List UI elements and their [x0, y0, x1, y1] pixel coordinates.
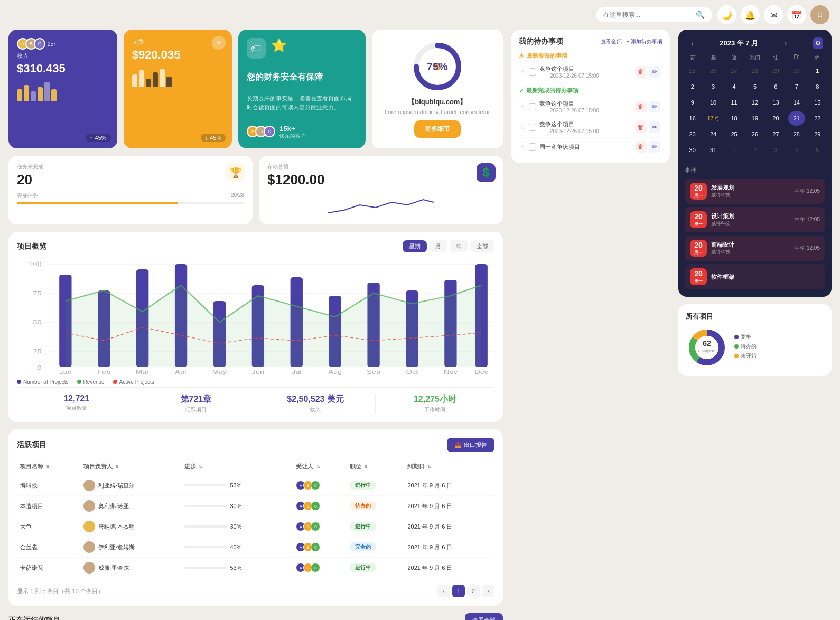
cal-day[interactable]: 4	[726, 79, 743, 94]
cal-day[interactable]: 18	[726, 111, 743, 126]
cal-day[interactable]: 2	[746, 143, 763, 157]
drag-handle[interactable]: ⠿	[521, 69, 525, 75]
cal-event-4[interactable]: 20 周一 软件框架	[685, 264, 825, 289]
cal-day[interactable]: 24	[705, 127, 722, 142]
cal-event-1[interactable]: 20 周一 发展规划 威特科技 中午 12:05	[685, 179, 825, 204]
prev-page-button[interactable]: ‹	[437, 585, 450, 597]
todo-checkbox-3[interactable]	[529, 124, 536, 131]
search-box[interactable]: 🔍	[596, 7, 712, 22]
export-report-button[interactable]: 📤 出口报告	[447, 438, 494, 452]
edit-todo-button-1[interactable]: ✏	[649, 66, 660, 78]
promo-star: ⭐	[271, 38, 287, 53]
cal-day[interactable]: 29	[767, 63, 784, 78]
day-header-we: 我们	[744, 54, 765, 61]
cal-day[interactable]: 17号	[705, 111, 722, 126]
cal-day[interactable]: 13	[767, 95, 784, 110]
mail-button[interactable]: ✉	[764, 5, 783, 24]
add-todo-button[interactable]: + 添加待办事项	[626, 38, 662, 45]
cal-event-2[interactable]: 20 周一 设计策划 威特科技 中午 12:05	[685, 207, 825, 232]
todo-checkbox-1[interactable]	[529, 68, 536, 76]
cal-day[interactable]: 5	[809, 143, 826, 157]
cal-day[interactable]: 30	[684, 143, 701, 157]
cal-day[interactable]: 6	[767, 79, 784, 94]
user-avatar[interactable]: U	[810, 5, 829, 24]
delete-todo-button-4[interactable]: 🗑	[635, 141, 647, 153]
calendar-settings-button[interactable]: ⚙	[813, 37, 823, 49]
todo-checkbox-4[interactable]	[529, 143, 536, 151]
cal-day[interactable]: 27	[767, 127, 784, 142]
cal-day[interactable]: 5	[746, 79, 763, 94]
cal-day[interactable]: 25	[684, 63, 701, 78]
cal-day[interactable]: 29	[809, 127, 826, 142]
cal-day[interactable]: 14	[788, 95, 805, 110]
cal-day[interactable]: 3	[767, 143, 784, 157]
cal-day[interactable]: 3	[705, 79, 722, 94]
cal-day[interactable]: 9	[684, 95, 701, 110]
drag-handle[interactable]: ⠿	[521, 104, 525, 110]
cell-name: 编辑侯	[17, 475, 80, 496]
cal-day[interactable]: 26	[746, 127, 763, 142]
page-2-button[interactable]: 2	[467, 585, 480, 597]
edit-todo-button-4[interactable]: ✏	[649, 141, 660, 153]
circle-card: 75% 【biqubiqu.com】 Lorem ipsum dolor sat…	[372, 30, 503, 148]
cal-day[interactable]: 15	[809, 95, 826, 110]
delete-todo-button-3[interactable]: 🗑	[635, 121, 647, 133]
calendar-next-button[interactable]: ›	[780, 37, 791, 50]
promo-title: 您的财务安全有保障	[247, 72, 357, 83]
drag-handle[interactable]: ⠿	[521, 144, 525, 150]
view-all-todo-button[interactable]: 查看全部	[601, 38, 622, 45]
calendar-prev-button[interactable]: ‹	[687, 37, 698, 50]
cal-day[interactable]: 31	[705, 143, 722, 157]
tab-week[interactable]: 星期	[403, 240, 427, 252]
tab-all[interactable]: 全部	[470, 240, 494, 252]
cal-day[interactable]: 7	[788, 79, 805, 94]
tab-year[interactable]: 年	[450, 240, 468, 252]
day-header-mo: 星	[703, 54, 724, 61]
todo-text-4: 周一竞争该项目	[539, 143, 632, 151]
page-1-button[interactable]: 1	[452, 585, 465, 597]
cal-day[interactable]: 20	[767, 111, 784, 126]
cal-event-3[interactable]: 20 周一 前端设计 威特科技 中午 12:05	[685, 236, 825, 261]
notifications-button[interactable]: 🔔	[741, 5, 760, 24]
drag-handle[interactable]: ⠿	[521, 125, 525, 130]
cal-day[interactable]: 2	[684, 79, 701, 94]
cal-day[interactable]: 10	[705, 95, 722, 110]
cal-day[interactable]: 22	[809, 111, 826, 126]
cal-day[interactable]: 27	[726, 63, 743, 78]
edit-todo-button-2[interactable]: ✏	[649, 101, 660, 112]
cal-day[interactable]: 11	[726, 95, 743, 110]
avatar-count: 25+	[48, 41, 57, 47]
svg-text:75: 75	[33, 290, 41, 296]
cal-day[interactable]: 4	[788, 143, 805, 157]
cal-day[interactable]: 12	[746, 95, 763, 110]
cal-day[interactable]: 28	[746, 63, 763, 78]
cal-day[interactable]: 19	[746, 111, 763, 126]
cell-due: 2021 年 9 月 6 日	[404, 516, 494, 537]
cal-day[interactable]: 23	[684, 127, 701, 142]
todo-text-2: 竞争这个项目	[539, 100, 632, 108]
cell-name: 大鱼	[17, 516, 80, 537]
tab-month[interactable]: 月	[429, 240, 447, 252]
avatar: C	[34, 38, 45, 50]
cal-day[interactable]: 26	[705, 63, 722, 78]
cal-day-today[interactable]: 21	[788, 111, 805, 126]
cal-day[interactable]: 1	[726, 143, 743, 157]
todo-checkbox-2[interactable]	[529, 103, 536, 110]
theme-toggle-button[interactable]: 🌙	[717, 5, 736, 24]
edit-todo-button-3[interactable]: ✏	[649, 121, 660, 133]
cal-day[interactable]: 25	[726, 127, 743, 142]
delete-todo-button-1[interactable]: 🗑	[635, 66, 647, 78]
cal-day[interactable]: 30	[788, 63, 805, 78]
running-projects-header: 正在运行的项目 查看全部	[8, 613, 503, 620]
completed-label: 最新完成的待办事项	[526, 87, 578, 95]
delete-todo-button-2[interactable]: 🗑	[635, 101, 647, 112]
next-page-button[interactable]: ›	[482, 585, 494, 597]
cal-day[interactable]: 1	[809, 63, 826, 78]
calendar-button[interactable]: 📅	[787, 5, 806, 24]
search-input[interactable]	[603, 11, 692, 18]
cal-day[interactable]: 28	[788, 127, 805, 142]
cal-day[interactable]: 8	[809, 79, 826, 94]
view-all-projects-button[interactable]: 查看全部	[465, 613, 503, 620]
cal-day[interactable]: 16	[684, 111, 701, 126]
more-details-button[interactable]: 更多细节	[414, 120, 461, 138]
